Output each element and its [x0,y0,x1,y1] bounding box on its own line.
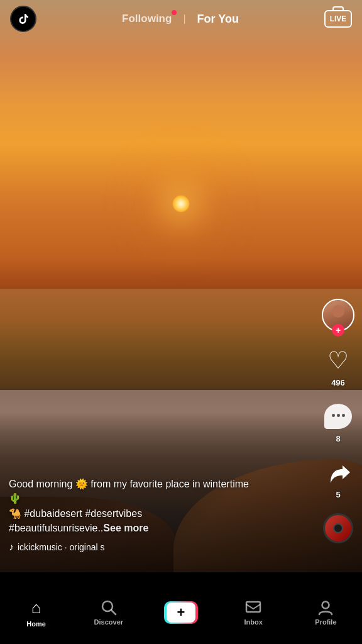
inbox-icon [245,599,261,616]
music-disc-inner [333,523,343,533]
comments-count: 8 [336,434,340,443]
svg-point-0 [14,10,32,28]
nav-create[interactable]: + [145,601,217,624]
music-info[interactable]: ♪ ickickmusic · original s [9,541,254,553]
home-icon: ⌂ [31,598,41,618]
music-note-icon: ♪ [9,541,14,553]
share-icon [326,460,350,484]
share-action[interactable]: 5 [323,457,353,499]
likes-count: 496 [331,378,345,387]
profile-label: Profile [315,618,336,626]
video-caption-area: Good morning 🌞 from my favorite place in… [9,477,254,553]
shares-count: 5 [336,490,340,499]
nav-discover[interactable]: Discover [72,599,145,626]
water-reflection [0,289,362,390]
heart-icon: ♡ [327,348,349,372]
comment-icon-container [323,401,353,431]
nav-inbox[interactable]: Inbox [217,599,290,626]
nav-home[interactable]: ⌂ Home [0,598,72,628]
bottom-navigation: ⌂ Home Discover + Inbox Profile [0,587,362,644]
comment-bubble-icon [324,404,352,429]
see-more-button[interactable]: See more [103,523,148,533]
svg-rect-3 [246,602,260,612]
svg-point-4 [322,602,329,609]
comment-dot-3 [342,414,345,417]
header: Following | For You LIVE [0,0,362,38]
svg-line-2 [111,610,116,614]
following-tab[interactable]: Following [122,13,172,25]
like-icon-container: ♡ [323,345,353,375]
nav-profile[interactable]: Profile [290,599,362,626]
music-disc[interactable] [323,513,353,543]
creator-avatar[interactable]: + [322,299,354,331]
discover-icon [101,599,117,616]
live-button[interactable]: LIVE [324,10,352,28]
tiktok-logo[interactable] [10,6,36,32]
follow-plus-button[interactable]: + [332,324,344,336]
foryou-tab[interactable]: For You [197,13,239,26]
home-label: Home [26,620,46,628]
create-plus-icon: + [177,606,185,619]
like-action[interactable]: ♡ 496 [323,345,353,387]
comment-dot-2 [337,414,340,417]
right-sidebar: + ♡ 496 8 5 [322,299,354,543]
profile-icon [317,599,334,616]
video-caption: Good morning 🌞 from my favorite place in… [9,477,254,535]
comment-action[interactable]: 8 [323,401,353,443]
nav-separator: | [183,13,185,25]
inbox-label: Inbox [244,618,263,626]
header-nav: Following | For You [122,13,239,26]
share-icon-container [323,457,353,487]
discover-label: Discover [94,618,123,626]
music-text: ickickmusic · original s [18,542,104,552]
comment-dot-1 [332,414,335,417]
create-button[interactable]: + [164,601,198,624]
notification-dot [172,10,177,15]
sun-graphic [172,195,190,213]
